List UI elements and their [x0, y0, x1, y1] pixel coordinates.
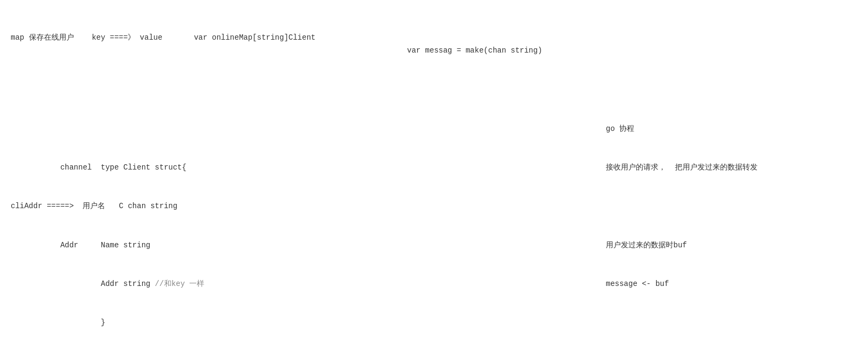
- c3-blank5: [402, 277, 600, 291]
- c4-blank2: [606, 316, 857, 329]
- line-brace1: }: [11, 316, 231, 329]
- c2-blank2: [236, 161, 397, 174]
- c4-data-buf: 用户发过来的数据时buf: [606, 239, 857, 252]
- line-addr: Addr Name string: [11, 239, 231, 252]
- map-line: map 保存在线用户 key ====》 value var onlineMap…: [11, 31, 236, 45]
- column-3: 1 主要协程 处理用户连接 1）将用户加入到map 2）告诉所有在线的用户，谁上…: [402, 97, 606, 338]
- c2-blank1: [236, 122, 397, 136]
- top-section: map 保存在线用户 key ====》 value var onlineMap…: [11, 5, 857, 96]
- c4-receive-forward: 接收用户的请求， 把用户发过来的数据转发: [606, 161, 857, 174]
- c2-blank3: [236, 200, 397, 213]
- c3-blank2: [402, 161, 600, 174]
- var-messag-line: var messag = make(chan string): [236, 31, 857, 71]
- c3-blank1: [402, 122, 600, 136]
- col3-code: 1 主要协程 处理用户连接 1）将用户加入到map 2）告诉所有在线的用户，谁上…: [402, 97, 600, 338]
- main-container: map 保存在线用户 key ====》 value var onlineMap…: [0, 0, 868, 338]
- c4-blank1: [606, 200, 857, 213]
- c3-blank4: [402, 239, 600, 252]
- col4-code: go 协程 接收用户的请求， 把用户发过来的数据转发 用户发过来的数据时buf …: [606, 97, 857, 338]
- line-addrstring: Addr string //和key 一样: [11, 277, 231, 291]
- line-cliaddr: cliAddr =====> 用户名 C chan string: [11, 200, 231, 213]
- column-2: 2 go 专门发送信息 传递参数cli for msg := range cli…: [236, 97, 402, 338]
- col1-top: map 保存在线用户 key ====》 value var onlineMap…: [11, 5, 236, 96]
- c2-blank6: [236, 316, 397, 329]
- line-channel: channel type Client struct{: [11, 161, 231, 174]
- content-row: channel type Client struct{ cliAddr ====…: [11, 97, 857, 338]
- col-right-top: var messag = make(chan string): [236, 5, 857, 96]
- c4-message-buf: message <- buf: [606, 277, 857, 291]
- c3-blank3: [402, 200, 600, 213]
- column-1: channel type Client struct{ cliAddr ====…: [11, 97, 236, 338]
- c2-blank4: [236, 239, 397, 252]
- column-4: go 协程 接收用户的请求， 把用户发过来的数据转发 用户发过来的数据时buf …: [606, 97, 857, 338]
- col2-code: 2 go 专门发送信息 传递参数cli for msg := range cli…: [236, 97, 397, 338]
- line-blank1: [11, 122, 231, 136]
- col1-code: channel type Client struct{ cliAddr ====…: [11, 97, 231, 338]
- c4-go-goroutine: go 协程: [606, 122, 857, 136]
- c2-blank5: [236, 277, 397, 291]
- c3-blank6: [402, 316, 600, 329]
